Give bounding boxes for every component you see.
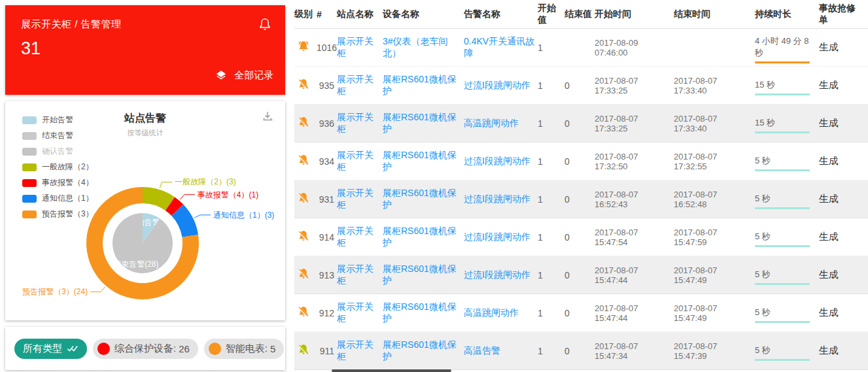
start-value: 1 (538, 118, 564, 129)
station-link[interactable]: 展示开关柜 (337, 339, 383, 363)
bell-muted-icon (297, 192, 310, 205)
alarm-name-link[interactable]: 过流I段跳闸动作 (464, 269, 538, 281)
duration-underline (755, 321, 810, 323)
column-header: 告警名称 (464, 8, 538, 20)
station-link[interactable]: 展示开关柜 (337, 301, 383, 325)
filter-chip[interactable]: 智能电表:5 (204, 339, 285, 359)
alarm-name-link[interactable]: 0.4KV开关通讯故障 (464, 36, 538, 59)
end-value: 0 (564, 156, 595, 167)
generate-order-button[interactable]: 生成 (819, 307, 865, 319)
label-line (90, 287, 105, 292)
duration-text: 4 小时 49 分 8 秒 (755, 36, 808, 58)
generate-order-button[interactable]: 生成 (819, 41, 865, 54)
generate-order-button[interactable]: 生成 (819, 345, 865, 357)
station-link[interactable]: 展示开关柜 (337, 74, 383, 97)
end-time: 2017-08-07 15:47:59 (674, 228, 755, 247)
alarm-id: 931 (317, 194, 337, 205)
bell-muted-icon (297, 305, 310, 318)
start-value: 1 (538, 232, 564, 243)
legend-swatch (22, 163, 37, 171)
legend-item[interactable]: 一般故障（2） (22, 161, 94, 173)
end-time: 2017-08-07 15:47:49 (674, 265, 755, 285)
device-link[interactable]: 展柜RS601微机保护 (383, 301, 464, 325)
duration-cell: 15 秒 (755, 75, 819, 95)
station-link[interactable]: 展示开关柜 (337, 263, 383, 287)
bell-icon[interactable] (258, 17, 272, 31)
end-value: 0 (564, 232, 595, 243)
duration-cell: 5 秒 (755, 265, 819, 285)
all-records-label: 全部记录 (234, 69, 273, 82)
generate-order-button[interactable]: 生成 (819, 155, 865, 167)
duration-cell: 4 小时 49 分 8 秒 (755, 31, 819, 63)
filter-chip-all-types[interactable]: 所有类型 (14, 339, 87, 359)
legend-item[interactable]: 确认告警 (22, 146, 94, 157)
alarm-id: 913 (317, 270, 337, 280)
station-link[interactable]: 展示开关柜 (337, 112, 383, 135)
duration-underline (755, 283, 810, 285)
generate-order-button[interactable]: 生成 (819, 231, 865, 243)
end-value: 0 (564, 118, 595, 129)
legend-item[interactable]: 事故报警（4） (22, 177, 94, 188)
station-link[interactable]: 展示开关柜 (337, 188, 383, 211)
alarm-id: 1016 (317, 42, 337, 53)
alarm-name-link[interactable]: 过流I段跳闸动作 (464, 231, 538, 243)
legend-label: 结束告警 (42, 130, 73, 141)
legend-swatch (22, 132, 37, 140)
alarm-name-link[interactable]: 高温跳闸动作 (464, 307, 538, 319)
legend-item[interactable]: 预告报警（3） (22, 209, 94, 220)
station-link[interactable]: 展示开关柜 (337, 226, 383, 249)
alarm-level-cell (294, 343, 317, 358)
bell-ringing-icon (297, 40, 310, 53)
duration-underline (755, 61, 810, 63)
end-value: 0 (564, 346, 595, 356)
station-link[interactable]: 展示开关柜 (337, 36, 383, 59)
legend-item[interactable]: 通知信息（1） (22, 193, 94, 204)
generate-order-button[interactable]: 生成 (819, 79, 865, 92)
bell-muted-icon (297, 116, 310, 129)
device-link[interactable]: 展柜RS601微机保护 (383, 112, 464, 135)
legend-label: 一般故障（2） (42, 161, 94, 173)
generate-order-button[interactable]: 生成 (819, 269, 865, 281)
generate-order-button[interactable]: 生成 (819, 193, 865, 205)
start-time: 2017-08-07 15:47:54 (595, 228, 674, 247)
device-link[interactable]: 展柜RS601微机保护 (383, 263, 464, 287)
duration-text: 5 秒 (755, 156, 771, 165)
legend-label: 事故报警（4） (42, 177, 94, 188)
duration-underline (755, 245, 810, 247)
horizontal-scrollbar[interactable] (332, 369, 451, 372)
start-value: 1 (538, 42, 564, 53)
alarm-name-link[interactable]: 过流I段跳闸动作 (464, 80, 538, 92)
legend-item[interactable]: 结束告警 (22, 130, 94, 141)
legend-label: 确认告警 (42, 146, 73, 157)
legend-item[interactable]: 开始告警 (22, 114, 94, 126)
chip-count: 26 (179, 343, 190, 354)
device-link[interactable]: 3#仪表（老车间北） (383, 36, 464, 59)
alarm-id: 911 (317, 346, 337, 356)
donut-segment-label: 事故报警（4）(1) (198, 190, 258, 199)
device-link[interactable]: 展柜RS601微机保护 (383, 188, 464, 211)
alarm-name-link[interactable]: 高温告警 (464, 345, 538, 357)
alarm-name-link[interactable]: 过流I段跳闸动作 (464, 156, 538, 167)
alarm-id: 934 (317, 156, 337, 167)
device-link[interactable]: 展柜RS601微机保护 (383, 339, 464, 363)
alarm-name-link[interactable]: 高温跳闸动作 (464, 118, 538, 129)
filter-chip[interactable]: 综合保护设备:26 (93, 339, 198, 359)
device-link[interactable]: 展柜RS601微机保护 (383, 74, 464, 97)
alarm-level-cell (294, 305, 317, 320)
column-header: # (317, 9, 337, 20)
device-link[interactable]: 展柜RS601微机保护 (383, 226, 464, 249)
all-records-button[interactable]: 全部记录 (215, 69, 273, 82)
alarm-name-link[interactable]: 过流I段跳闸动作 (464, 194, 538, 205)
bell-muted-icon (297, 78, 310, 91)
generate-order-button[interactable]: 生成 (819, 117, 865, 129)
duration-cell: 5 秒 (755, 151, 819, 171)
start-time: 2017-08-09 07:46:00 (595, 38, 674, 58)
bell-muted-icon (297, 229, 310, 243)
station-link[interactable]: 展示开关柜 (337, 150, 383, 173)
device-link[interactable]: 展柜RS601微机保护 (383, 150, 464, 173)
chip-count: 5 (270, 343, 275, 354)
column-header: 结束值 (564, 8, 595, 20)
duration-cell: 5 秒 (755, 341, 819, 361)
end-value: 0 (564, 308, 595, 318)
legend-swatch (22, 211, 37, 218)
